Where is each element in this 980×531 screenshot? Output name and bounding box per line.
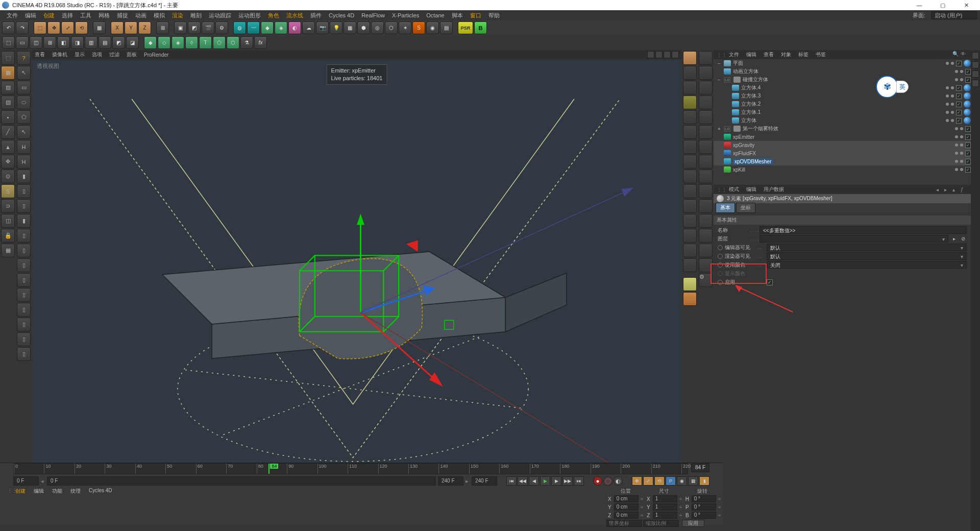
enable-check[interactable]: ✓ — [965, 69, 971, 75]
dummy1-icon[interactable]: ▯ — [17, 184, 31, 198]
record-icon[interactable]: ● — [593, 476, 602, 486]
mat-menu[interactable]: 创建 — [11, 488, 30, 524]
menu-item[interactable]: 脚本 — [448, 12, 467, 19]
mat-menu[interactable]: 纹理 — [66, 488, 85, 524]
pal-btn[interactable] — [683, 258, 697, 272]
enable-check[interactable]: ✓ — [965, 142, 971, 148]
pal-btn[interactable] — [683, 140, 697, 154]
vis-editor-dot[interactable] — [946, 119, 949, 122]
pal-btn[interactable] — [699, 214, 713, 228]
layer-dropdown[interactable] — [760, 235, 948, 243]
pal-btn[interactable] — [699, 81, 713, 94]
nurbs-c[interactable]: ◈ — [172, 36, 184, 49]
tool-d[interactable]: ⊞ — [43, 36, 56, 49]
key-rot-icon[interactable]: ⟲ — [654, 476, 665, 486]
search-icon[interactable]: 🔍 — [952, 51, 960, 58]
window-minimize[interactable]: — — [908, 0, 931, 10]
tool-h[interactable]: ▤ — [99, 36, 111, 49]
pal-align-icon[interactable] — [683, 277, 697, 291]
dummy12-icon[interactable]: ▯ — [17, 347, 31, 361]
attr-menu[interactable]: 模式 — [729, 186, 739, 193]
pal-btn[interactable] — [699, 66, 713, 80]
vis-editor-dot[interactable] — [955, 168, 958, 171]
lasso-icon[interactable]: ⬭ — [17, 95, 31, 109]
vis-render-dot[interactable] — [960, 78, 963, 81]
prev-frame-icon[interactable]: ◀ — [529, 476, 539, 486]
key-param-icon[interactable]: P — [666, 476, 676, 486]
vis-editor-dot[interactable] — [946, 62, 949, 65]
menu-item[interactable]: 网格 — [95, 12, 113, 19]
object-name[interactable]: xpOVDBMesher — [733, 159, 773, 164]
mat-menu[interactable]: 编辑 — [30, 488, 48, 524]
render-view[interactable]: ▣ — [174, 21, 187, 34]
vis-editor-dot[interactable] — [946, 94, 949, 98]
pal-opt-icon[interactable]: ⚙ — [699, 273, 713, 287]
attr-menu[interactable]: 编辑 — [746, 186, 756, 193]
fn-icon[interactable]: ƒ — [961, 187, 968, 192]
object-name[interactable]: xpFluidFX — [733, 151, 768, 156]
vis-render-dot[interactable] — [960, 135, 963, 138]
tool-g[interactable]: ▥ — [85, 36, 97, 49]
render-settings[interactable]: ⚙ — [215, 21, 228, 34]
add-mograph[interactable]: ⬢ — [357, 21, 370, 34]
next-key-icon[interactable]: ▶▶ — [562, 476, 573, 486]
viewport-solo-icon[interactable]: ⊙ — [1, 170, 15, 183]
cursor-icon[interactable]: ↖ — [17, 66, 31, 80]
pal-btn[interactable] — [699, 95, 713, 109]
mode-model-icon[interactable]: ⬚ — [1, 51, 15, 65]
add-spline[interactable]: 〰 — [247, 21, 260, 34]
tab-coord[interactable]: 坐标 — [736, 203, 755, 213]
recent-tool[interactable]: ▦ — [93, 21, 106, 34]
pal-btn[interactable] — [683, 155, 697, 168]
vp-nav-icon[interactable] — [655, 51, 663, 58]
menu-item[interactable]: 帮助 — [485, 12, 503, 19]
tree-row[interactable]: xpFluidFX✓ — [714, 149, 971, 157]
vis-render-dot[interactable] — [960, 160, 963, 163]
dummy11-icon[interactable]: ▯ — [17, 332, 31, 346]
enable-check[interactable]: ✓ — [965, 77, 971, 83]
nav-fwd-icon[interactable]: ▸ — [944, 187, 951, 192]
rot-field[interactable]: 0 ° — [692, 495, 716, 502]
vis-editor-dot[interactable] — [946, 103, 949, 106]
fx-button[interactable]: fx — [254, 36, 267, 49]
object-name[interactable]: 动画立方体 — [733, 68, 768, 75]
enable-check[interactable]: ✓ — [956, 61, 962, 66]
mat-menu[interactable]: 功能 — [48, 488, 66, 524]
dummy6-icon[interactable]: ▯ — [17, 258, 31, 272]
object-name[interactable]: xpKill — [733, 167, 768, 173]
editor-vis-dropdown[interactable]: 默认 — [767, 244, 967, 251]
menu-item[interactable]: 模拟 — [150, 12, 168, 19]
vis-render-dot[interactable] — [960, 143, 963, 147]
goto-end-icon[interactable]: ⏭ — [574, 476, 584, 486]
menu-item[interactable]: 创建 — [40, 12, 58, 19]
help-icon[interactable]: ? — [17, 51, 31, 65]
pal-btn[interactable] — [699, 155, 713, 168]
object-tree[interactable]: −平面✓动画立方体✓−L0碰撞立方体✓立方体.4✓立方体.3✓立方体.2✓立方体… — [714, 59, 971, 185]
menu-item[interactable]: Octane — [423, 12, 448, 18]
object-name[interactable]: 立方体.1 — [741, 109, 776, 116]
fill-icon[interactable]: ▮ — [17, 170, 31, 183]
rotate-tool[interactable]: ⟲ — [75, 21, 88, 34]
tool-b[interactable]: ▭ — [16, 36, 29, 49]
axis-toggle-icon[interactable]: ✥ — [1, 155, 15, 168]
mode-texture-icon[interactable]: ▨ — [1, 81, 15, 94]
pal-btn[interactable] — [699, 51, 713, 65]
add-light[interactable]: 💡 — [330, 21, 342, 34]
menu-item[interactable]: 运动图形 — [235, 12, 264, 19]
add-primitive[interactable]: ◍ — [233, 21, 246, 34]
grid-icon[interactable]: ▦ — [1, 244, 15, 257]
snap-toggle-icon[interactable]: S — [1, 184, 15, 198]
tag-icon[interactable] — [964, 117, 971, 124]
psr-reset-button[interactable]: PSR — [458, 21, 473, 34]
timeline-ruler[interactable]: 0102030405060708090100110120130140150160… — [13, 463, 688, 474]
tag-icon[interactable] — [964, 109, 971, 116]
tool-a[interactable]: ⬚ — [2, 36, 15, 49]
pal-btn[interactable] — [699, 110, 713, 124]
enable-check[interactable]: ✓ — [956, 85, 962, 91]
timeline[interactable]: 0102030405060708090100110120130140150160… — [0, 463, 723, 475]
pal-btn[interactable] — [683, 81, 697, 94]
timeline-opt1-icon[interactable]: ▦ — [688, 476, 698, 486]
menu-item[interactable]: 流水线 — [283, 12, 307, 19]
h2-icon[interactable]: H — [17, 155, 31, 168]
tool-i[interactable]: ◩ — [112, 36, 125, 49]
